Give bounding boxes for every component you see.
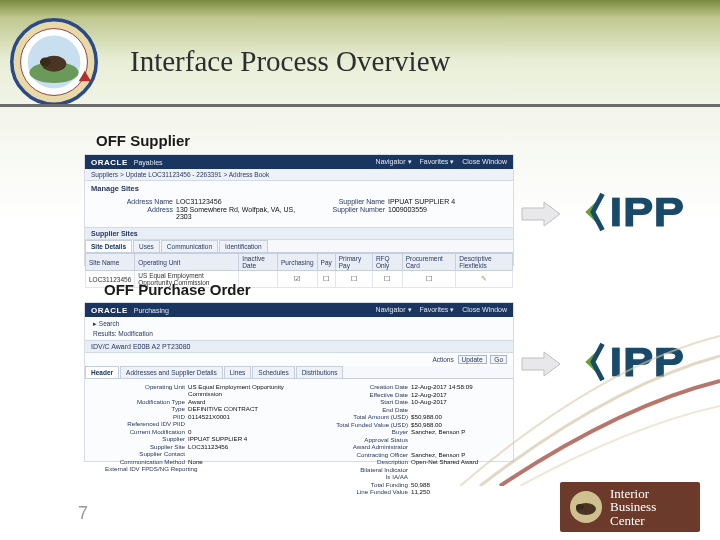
tab-communication: Communication <box>161 240 218 252</box>
nav-favorites: Favorites ▾ <box>420 306 455 314</box>
buyer-value: Sanchez, Benson P <box>411 428 465 435</box>
col-flexfields: Descriptive Flexfields <box>456 254 513 271</box>
go-button: Go <box>490 355 507 364</box>
po-search-block: ▸ Search Results: Modification <box>85 317 513 340</box>
sdate-value: 10-Aug-2017 <box>411 398 447 405</box>
rev-label: Current Modification <box>105 428 185 435</box>
buyer-label: Buyer <box>328 428 408 435</box>
ibc-line3: Center <box>610 514 656 528</box>
header-divider <box>0 104 720 107</box>
supplier-name-value: IPPUAT SUPPLIER 4 <box>388 198 455 205</box>
supp-label: Supplier <box>105 435 185 442</box>
nav-navigator: Navigator ▾ <box>376 158 412 166</box>
page-number: 7 <box>78 503 88 524</box>
close-window-link: Close Window <box>462 158 507 166</box>
funded-label: Total Funded Value (USD) <box>328 421 408 428</box>
supplier-name-label: Supplier Name <box>311 198 385 205</box>
ou-label: Operating Unit <box>105 383 185 397</box>
appstat-label: Approval Status <box>328 436 408 443</box>
col-procurement-card: Procurement Card <box>402 254 456 271</box>
enddate-label: End Date <box>328 406 408 413</box>
supplier-sites-heading: Supplier Sites <box>85 227 513 240</box>
ibc-badge: Interior Business Center <box>560 482 700 532</box>
oracle-logo: ORACLE <box>91 158 128 167</box>
co-label: Contracting Officer <box>328 451 408 458</box>
actions-label: Actions <box>432 356 453 363</box>
contact-label: Supplier Contact <box>105 450 185 457</box>
po-award-title: IDV/C Award E00B A2 PT23080 <box>85 340 513 353</box>
ibc-text: Interior Business Center <box>610 487 656 528</box>
desc-label: Description <box>328 458 408 465</box>
svg-rect-6 <box>612 198 620 227</box>
edate-value: 12-Aug-2017 <box>411 391 447 398</box>
modtype-value: Award <box>188 398 205 405</box>
cell-rfq-only: ☐ <box>372 271 402 288</box>
ipp-logo <box>568 188 683 236</box>
section-label-supplier: OFF Supplier <box>96 132 190 149</box>
supplier-tabs: Site Details Uses Communication Identifi… <box>85 240 513 253</box>
comm-label: Communication Method <box>105 458 185 465</box>
col-site-name: Site Name <box>86 254 135 271</box>
slide-title: Interface Process Overview <box>130 45 450 78</box>
results-label: Results: Modification <box>93 330 505 337</box>
tab-distributions: Distributions <box>296 366 344 378</box>
address-value: 130 Somewhere Rd, Wolfpak, VA, US, 2303 <box>176 206 305 220</box>
type-label: Type <box>105 405 185 412</box>
col-purchasing: Purchasing <box>278 254 318 271</box>
lf-label: Line Funded Value <box>328 488 408 495</box>
ibc-line1: Interior <box>610 487 656 501</box>
supplier-num-label: Supplier Number <box>311 206 385 220</box>
col-rfq-only: RFQ Only <box>372 254 402 271</box>
manage-sites-heading: Manage Sites <box>85 181 513 196</box>
oracle-logo: ORACLE <box>91 306 128 315</box>
tab-site-details: Site Details <box>85 240 132 252</box>
admin-label: Award Administrator <box>328 443 408 450</box>
modtype-label: Modification Type <box>105 398 185 405</box>
site-label: Supplier Site <box>105 443 185 450</box>
ibc-buffalo-icon <box>568 489 604 525</box>
tab-identification: Identification <box>219 240 268 252</box>
lf-value: 11,250 <box>411 488 430 495</box>
address-name-value: LOC31123456 <box>176 198 222 205</box>
po-details: Operating UnitUS Equal Employment Opport… <box>85 379 513 502</box>
cdate-value: 12-Aug-2017 14:58:09 <box>411 383 473 390</box>
svg-point-5 <box>40 58 51 67</box>
comm-value: None <box>188 458 203 465</box>
piid-label: PIID <box>105 413 185 420</box>
fpds-label: External IDV FPDS/NG Reporting <box>105 465 198 472</box>
total-value: $50,988.00 <box>411 413 442 420</box>
edate-label: Effective Date <box>328 391 408 398</box>
col-pay: Pay <box>317 254 335 271</box>
supplier-details: Address Name LOC31123456 Supplier Name I… <box>85 196 513 227</box>
co-value: Sanchez, Benson P <box>411 451 465 458</box>
ref-label: Referenced IDV PIID <box>105 420 185 427</box>
rev-value: 0 <box>188 428 191 435</box>
supplier-screenshot: ORACLE Payables Navigator ▾ Favorites ▾ … <box>84 154 514 266</box>
svg-point-10 <box>576 504 584 510</box>
tab-addresses: Addresses and Supplier Details <box>120 366 223 378</box>
tf-label: Total Funding <box>328 481 408 488</box>
supp-value: IPPUAT SUPPLIER 4 <box>188 435 247 442</box>
action-row: Actions Update Go <box>85 353 513 366</box>
piid-value: 0114521X0001 <box>188 413 230 420</box>
tf-value: 50,988 <box>411 481 430 488</box>
tab-header: Header <box>85 366 119 378</box>
cell-pay: ☐ <box>317 271 335 288</box>
col-operating-unit: Operating Unit <box>135 254 239 271</box>
svg-rect-7 <box>612 348 620 377</box>
type-value: DEFINITIVE CONTRACT <box>188 405 258 412</box>
total-label: Total Amount (USD) <box>328 413 408 420</box>
nav-favorites: Favorites ▾ <box>420 158 455 166</box>
cell-flexfields: ✎ <box>456 271 513 288</box>
cell-primary-pay: ☐ <box>335 271 372 288</box>
arrow-icon <box>520 350 562 378</box>
cdate-label: Creation Date <box>328 383 408 390</box>
cell-procurement-card: ☐ <box>402 271 456 288</box>
ipp-logo <box>568 338 683 386</box>
actions-select: Update <box>458 355 487 364</box>
po-screenshot: ORACLE Purchasing Navigator ▾ Favorites … <box>84 302 514 462</box>
oracle-app-name: Purchasing <box>134 307 169 314</box>
sdate-label: Start Date <box>328 398 408 405</box>
address-name-label: Address Name <box>115 198 173 205</box>
arrow-icon <box>520 200 562 228</box>
